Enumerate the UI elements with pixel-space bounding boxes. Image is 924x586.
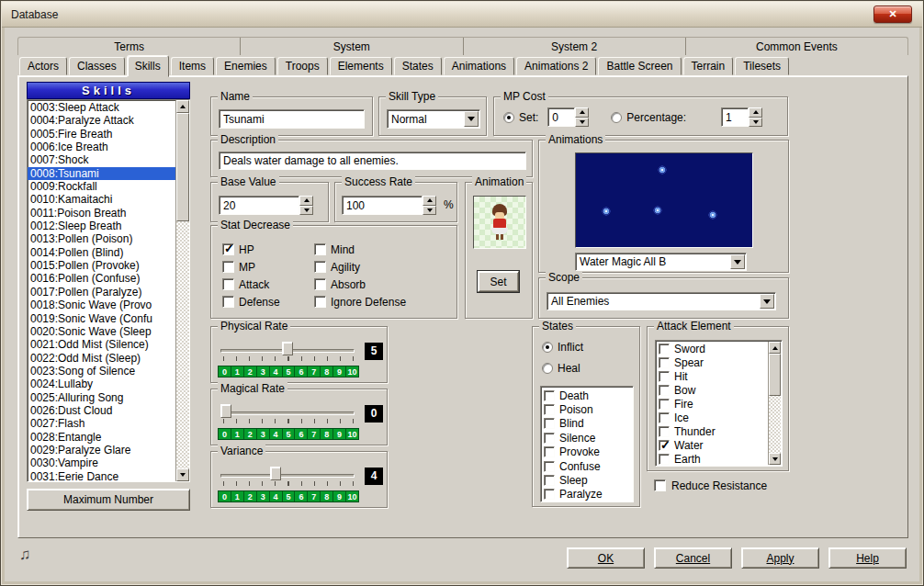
skill-list-item[interactable]: 0026:Dust Cloud: [28, 404, 175, 417]
mp-cost-percentage-spinner[interactable]: 1: [721, 107, 762, 127]
page-tab[interactable]: Enemies: [216, 57, 276, 75]
page-tab[interactable]: Skills: [127, 55, 169, 77]
stat-checkbox[interactable]: Agility: [314, 260, 406, 274]
spin-buttons[interactable]: [423, 196, 436, 215]
spin-up-icon[interactable]: [423, 196, 436, 206]
stat-checkbox[interactable]: HP: [222, 242, 280, 256]
reduce-resistance-checkbox[interactable]: Reduce Resistance: [654, 479, 767, 492]
magical-rate-slider[interactable]: [219, 403, 356, 423]
skill-list-item[interactable]: 0018:Sonic Wave (Provo: [28, 299, 175, 311]
state-checkbox[interactable]: Sleep: [544, 473, 633, 487]
skill-list-item[interactable]: 0007:Shock: [28, 153, 175, 166]
spin-buttons[interactable]: [299, 196, 313, 215]
spin-down-icon[interactable]: [299, 206, 313, 216]
stat-checkbox[interactable]: Mind: [314, 242, 406, 256]
mp-cost-set-spinner[interactable]: 0: [547, 107, 589, 127]
page-tab[interactable]: Classes: [69, 57, 125, 75]
states-heal-radio[interactable]: Heal: [542, 361, 583, 375]
element-checkbox[interactable]: Thunder: [659, 424, 767, 438]
state-checkbox[interactable]: Paralyze: [544, 488, 633, 501]
state-checkbox[interactable]: Poison: [544, 402, 633, 416]
page-tab[interactable]: States: [394, 57, 442, 75]
element-list-scrollbar[interactable]: [768, 342, 781, 465]
close-button[interactable]: ✕: [873, 6, 912, 23]
scroll-thumb[interactable]: [176, 113, 189, 221]
skill-list-item[interactable]: 0025:Alluring Song: [28, 391, 175, 404]
variance-slider[interactable]: [219, 466, 356, 486]
mp-cost-percentage-radio[interactable]: Percentage:: [611, 110, 686, 124]
skill-list-item[interactable]: 0012:Sleep Breath: [28, 220, 175, 232]
skill-list-item[interactable]: 0015:Pollen (Provoke): [28, 259, 175, 272]
skill-list-item[interactable]: 0029:Paralyze Glare: [28, 444, 175, 456]
maximum-number-button[interactable]: Maximum Number: [27, 489, 190, 511]
scroll-up-button[interactable]: [176, 100, 189, 113]
mp-cost-set-radio[interactable]: Set:: [503, 110, 538, 124]
stat-checkbox[interactable]: Attack: [222, 277, 280, 291]
element-checkbox[interactable]: Sword: [659, 343, 767, 356]
skill-list-item[interactable]: 0010:Kamaitachi: [28, 193, 175, 206]
cancel-button[interactable]: Cancel: [654, 547, 732, 569]
skill-list-item[interactable]: 0006:Ice Breath: [28, 141, 175, 153]
skill-list-item[interactable]: 0009:Rockfall: [28, 180, 175, 193]
state-checkbox[interactable]: Death: [544, 389, 633, 402]
page-tab[interactable]: Actors: [19, 57, 67, 75]
skill-list-item[interactable]: 0014:Pollen (Blind): [28, 246, 175, 259]
states-inflict-radio[interactable]: Inflict: [542, 340, 583, 354]
scope-dropdown[interactable]: All Enemies: [547, 292, 776, 310]
base-value-spinner[interactable]: 20: [219, 196, 313, 215]
skill-list-item[interactable]: 0016:Pollen (Confuse): [28, 272, 175, 285]
page-tab[interactable]: Tilesets: [735, 57, 789, 75]
element-checkbox[interactable]: Water: [659, 438, 767, 452]
skill-list-item[interactable]: 0031:Eerie Dance: [28, 470, 175, 481]
element-checkbox[interactable]: Hit: [659, 370, 767, 384]
skill-list-item[interactable]: 0024:Lullaby: [28, 378, 175, 390]
slider-thumb[interactable]: [220, 404, 231, 418]
skill-list-item[interactable]: 0005:Fire Breath: [28, 128, 175, 141]
element-checkbox[interactable]: Earth: [659, 452, 767, 466]
skill-list-item[interactable]: 0013:Pollen (Poison): [28, 232, 175, 245]
name-input[interactable]: Tsunami: [219, 109, 365, 129]
skill-list-item[interactable]: 0022:Odd Mist (Sleep): [28, 352, 175, 365]
skill-list-item[interactable]: 0017:Pollen (Paralyze): [28, 286, 175, 299]
slider-thumb[interactable]: [282, 342, 293, 355]
element-checkbox[interactable]: Bow: [659, 384, 767, 398]
dropdown-arrow-icon[interactable]: [760, 294, 774, 309]
scroll-down-button[interactable]: [769, 453, 781, 465]
skill-list-item[interactable]: 0027:Flash: [28, 417, 175, 430]
page-tab[interactable]: Elements: [330, 57, 392, 75]
spin-down-icon[interactable]: [423, 206, 436, 216]
skill-list-item[interactable]: 0028:Entangle: [28, 431, 175, 444]
dropdown-arrow-icon[interactable]: [730, 254, 745, 269]
skill-list-item[interactable]: 0004:Paralyze Attack: [28, 114, 175, 127]
scroll-up-button[interactable]: [769, 342, 781, 354]
page-tab[interactable]: Animations 2: [516, 57, 596, 75]
page-tab[interactable]: Battle Screen: [598, 57, 681, 75]
stat-checkbox[interactable]: MP: [222, 260, 280, 274]
skill-list-item[interactable]: 0019:Sonic Wave (Confu: [28, 312, 175, 325]
stat-checkbox[interactable]: Defense: [222, 295, 280, 309]
success-rate-spinner[interactable]: 100: [342, 196, 436, 215]
state-checkbox[interactable]: Provoke: [544, 445, 633, 459]
spin-buttons[interactable]: [749, 107, 762, 127]
skill-type-dropdown[interactable]: Normal: [387, 109, 480, 129]
spin-up-icon[interactable]: [575, 107, 589, 118]
skill-list-item[interactable]: 0030:Vampire: [28, 456, 175, 469]
skill-list-item[interactable]: 0020:Sonic Wave (Sleep: [28, 325, 175, 338]
page-tab[interactable]: Animations: [444, 57, 514, 75]
dropdown-arrow-icon[interactable]: [464, 111, 479, 127]
state-checkbox[interactable]: Silence: [544, 431, 633, 445]
spin-down-icon[interactable]: [749, 118, 762, 128]
skill-list-item[interactable]: 0021:Odd Mist (Silence): [28, 338, 175, 351]
stat-checkbox[interactable]: Absorb: [314, 277, 406, 291]
skill-list-item[interactable]: 0008:Tsunami: [28, 167, 175, 180]
scroll-thumb[interactable]: [769, 354, 781, 396]
page-tab[interactable]: Items: [171, 57, 214, 75]
animation-set-button[interactable]: Set: [478, 271, 519, 292]
element-checkbox[interactable]: Fire: [659, 398, 767, 411]
animation-dropdown[interactable]: Water Magic All B: [575, 253, 747, 271]
state-checkbox[interactable]: Confuse: [544, 459, 633, 473]
element-checkbox[interactable]: Spear: [659, 356, 767, 370]
spin-down-icon[interactable]: [575, 118, 589, 128]
spin-up-icon[interactable]: [299, 196, 313, 206]
state-checkbox[interactable]: Blind: [544, 417, 633, 431]
